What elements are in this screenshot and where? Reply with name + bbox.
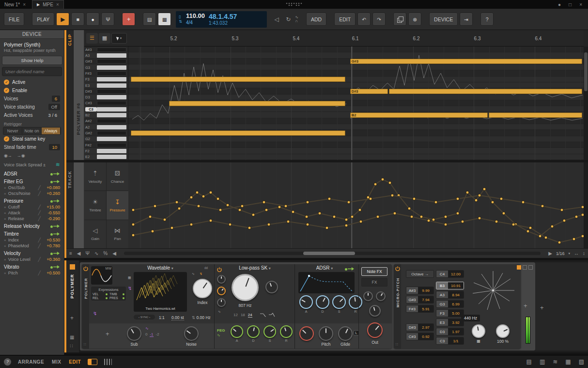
midi-note[interactable] — [131, 77, 346, 82]
inspector-row[interactable]: Active Voices 3 / 6 — [0, 111, 64, 119]
close-tab-icon[interactable]: × — [56, 2, 59, 7]
tuning-value[interactable]: 9.99 — [418, 287, 433, 294]
tuning-cell[interactable]: D3 1.97 — [436, 328, 464, 336]
close-window-icon[interactable]: × — [579, 2, 582, 7]
mod-target-row[interactable]: × PhaseMod ╱ +0.780 — [0, 243, 64, 249]
mod-amount-value[interactable]: +0.530 — [43, 238, 60, 242]
env-knob[interactable] — [332, 295, 346, 309]
file-panel-icon[interactable]: ▥ — [540, 358, 545, 365]
step-back-icon[interactable]: ◀ — [112, 251, 116, 256]
piano-key[interactable]: E2 — [84, 154, 128, 160]
mod-source-row[interactable]: Timbre — [0, 229, 64, 237]
micro-pitch-device-name[interactable]: MICRO-PITCH — [396, 278, 400, 307]
tuning-cell[interactable]: E3 3.92 — [436, 319, 464, 326]
octave-header[interactable]: Octave → — [406, 270, 434, 278]
feg-knob[interactable] — [247, 325, 260, 338]
checkbox-icon[interactable]: ✓ — [4, 136, 9, 142]
mod-amount-value[interactable]: -0.550 — [43, 210, 60, 215]
mod-source-row[interactable]: Release Velocity — [0, 222, 64, 229]
device-track-name[interactable]: POLYMER — [70, 274, 75, 299]
audition-prev-icon[interactable]: ◀ — [77, 251, 81, 256]
note-out-routing-icon[interactable]: →◉ — [17, 153, 25, 158]
tuning-value[interactable]: 2.97 — [418, 324, 433, 331]
expression-slot[interactable]: VEL — [93, 292, 108, 296]
restore-window-icon[interactable]: □ — [569, 2, 572, 7]
mod-amount-value[interactable]: +15.00 — [43, 205, 60, 209]
tuning-value[interactable]: 1.97 — [448, 328, 464, 335]
remove-mod-icon[interactable]: × — [4, 271, 6, 275]
automation-panel-icon[interactable]: ≋ — [553, 358, 557, 365]
voice-stack-spread-row[interactable]: Voice Stack Spread ± ≋ — [0, 160, 64, 169]
remove-mod-icon[interactable]: × — [4, 238, 6, 242]
edit-button[interactable]: EDIT — [334, 13, 356, 26]
power-icon[interactable] — [83, 266, 88, 271]
feg-knob[interactable] — [263, 325, 276, 338]
drag-handle-icon[interactable]: ∷ — [396, 342, 398, 347]
tuning-cell[interactable]: A3 8.94 — [436, 291, 464, 299]
piano-key[interactable]: A#3 — [84, 47, 128, 52]
transport-display[interactable]: ▯ ⇅ 110.00 4/4 48.1.4.57 1:43.032 — [176, 11, 267, 28]
feg-label[interactable]: FEG — [217, 328, 225, 333]
piano-key[interactable]: D3 — [84, 95, 128, 100]
tuning-value[interactable]: 10.91 — [448, 282, 464, 289]
view-button[interactable]: EDIT — [69, 359, 81, 365]
feg-knob[interactable] — [280, 325, 293, 338]
view-button[interactable]: MIX — [52, 359, 61, 365]
view-button[interactable]: ARRANGE — [18, 359, 44, 365]
tab-track[interactable]: TRACK — [67, 171, 72, 189]
piano-key[interactable]: A3 — [84, 52, 128, 58]
mix-knob[interactable] — [369, 305, 381, 317]
resonance-knob[interactable] — [265, 281, 278, 293]
track-color-square[interactable] — [70, 264, 75, 270]
device-menu-button[interactable]: DEVICE — [429, 13, 458, 26]
env-amount-knob[interactable] — [299, 326, 314, 341]
song-position[interactable]: 48.1.4.57 — [209, 13, 237, 20]
insert-device-button[interactable]: ⇥ — [460, 13, 473, 26]
note-in-routing-icon[interactable]: ◉→ — [4, 153, 12, 158]
vertical-scrollbar[interactable] — [584, 47, 588, 160]
drag-handle-icon[interactable]: ∷ — [84, 342, 86, 347]
loop-toggle-icon[interactable]: ↻ — [283, 16, 293, 23]
remove-mod-icon[interactable]: × — [4, 257, 6, 262]
feg-knob[interactable] — [231, 325, 243, 338]
env-knob[interactable] — [349, 295, 362, 309]
filter-slope-option[interactable]: 12 — [233, 313, 238, 318]
sync-selector[interactable]: ‹ SYNC › — [134, 315, 155, 320]
record-button[interactable]: ● — [86, 13, 99, 26]
remove-mod-icon[interactable]: × — [4, 244, 6, 248]
zoom-vertical-icon[interactable]: ↕ — [583, 251, 585, 256]
tempo-value[interactable]: 110.00 — [186, 13, 205, 20]
wavetable-browser-icon[interactable]: ▦ — [128, 276, 131, 280]
expression-slot[interactable]: REL — [93, 296, 108, 300]
horizontal-scrollbar[interactable] — [124, 252, 541, 255]
remove-mod-icon[interactable]: × — [4, 211, 6, 215]
midi-note[interactable]: D#3 — [350, 89, 388, 94]
piano-key[interactable]: C3 — [84, 106, 128, 112]
piano-key[interactable]: G2 — [84, 136, 128, 142]
mod-source-row[interactable]: Pressure — [0, 196, 64, 204]
play-button[interactable]: ▶ — [56, 13, 69, 26]
filter-slope-option[interactable]: 24 — [248, 313, 252, 318]
add-next-device-button[interactable]: + — [524, 302, 527, 309]
sub-octave-option[interactable]: -1 — [150, 332, 153, 337]
tuning-value[interactable]: 1/1 — [448, 337, 464, 344]
midi-note[interactable] — [489, 112, 583, 118]
help-button[interactable]: ? — [480, 13, 494, 26]
tuning-value[interactable]: 12.00 — [448, 271, 464, 277]
retrigger-option[interactable]: Never — [3, 128, 22, 134]
osc-ratio-value[interactable]: 1:1 — [159, 315, 165, 320]
add-oscillator-button[interactable]: + — [106, 330, 109, 337]
cutoff-value[interactable]: 807 Hz — [232, 303, 259, 308]
browser-panel-icon[interactable]: ▦ — [565, 358, 571, 365]
pres-depth-knob[interactable] — [376, 291, 386, 301]
io-panel-icon[interactable]: ▤ — [526, 358, 532, 365]
piano-key[interactable]: F3 — [84, 77, 128, 82]
filter-drive-knob[interactable] — [217, 275, 226, 284]
steal-same-key-row[interactable]: ✓ Steal same key — [0, 135, 64, 143]
checkbox-icon[interactable]: ✓ — [4, 80, 9, 85]
piano-key[interactable]: D#3 — [84, 88, 128, 94]
chain-solo-square[interactable] — [528, 265, 533, 270]
tuning-cell[interactable]: A#3 9.99 — [406, 287, 434, 294]
automation-write-icon[interactable]: ∩ — [295, 19, 298, 23]
vertical-scrollbar-thumb[interactable] — [584, 52, 588, 91]
